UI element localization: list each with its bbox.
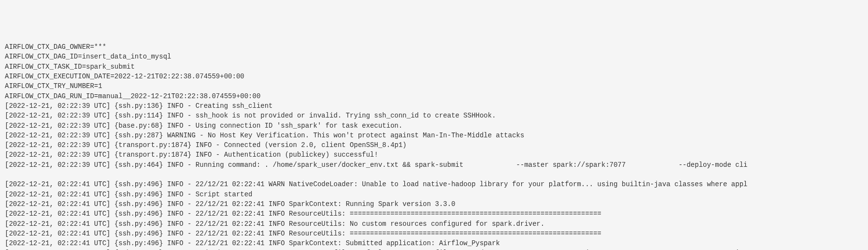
- log-line: [2022-12-21, 02:22:39 UTC] {ssh.py:287} …: [5, 131, 863, 140]
- log-line: [2022-12-21, 02:22:39 UTC] {ssh.py:464} …: [5, 160, 863, 170]
- log-line: [2022-12-21, 02:22:39 UTC] {base.py:68} …: [5, 121, 863, 131]
- log-line: [2022-12-21, 02:22:41 UTC] {ssh.py:496} …: [5, 238, 863, 248]
- log-line: [2022-12-21, 02:22:41 UTC] {ssh.py:496} …: [5, 190, 863, 199]
- log-line: [2022-12-21, 02:22:39 UTC] {ssh.py:114} …: [5, 111, 863, 120]
- log-line: [2022-12-21, 02:22:39 UTC] {ssh.py:136} …: [5, 101, 863, 111]
- log-line: [2022-12-21, 02:22:41 UTC] {ssh.py:496} …: [5, 229, 863, 238]
- log-line: AIRFLOW_CTX_TRY_NUMBER=1: [5, 81, 863, 91]
- log-line: [2022-12-21, 02:22:41 UTC] {ssh.py:496} …: [5, 209, 863, 219]
- log-line: [2022-12-21, 02:22:41 UTC] {ssh.py:496} …: [5, 248, 863, 250]
- log-line: AIRFLOW_CTX_TASK_ID=spark_submit: [5, 62, 863, 72]
- log-blank-line: [5, 170, 863, 179]
- log-output: AIRFLOW_CTX_DAG_OWNER=***AIRFLOW_CTX_DAG…: [5, 42, 863, 250]
- log-line: AIRFLOW_CTX_DAG_OWNER=***: [5, 42, 863, 52]
- log-line: [2022-12-21, 02:22:39 UTC] {transport.py…: [5, 150, 863, 160]
- log-line: [2022-12-21, 02:22:41 UTC] {ssh.py:496} …: [5, 179, 863, 189]
- log-line: [2022-12-21, 02:22:39 UTC] {transport.py…: [5, 140, 863, 150]
- log-line: [2022-12-21, 02:22:41 UTC] {ssh.py:496} …: [5, 199, 863, 209]
- log-line: AIRFLOW_CTX_DAG_ID=insert_data_into_mysq…: [5, 52, 863, 61]
- log-line: AIRFLOW_CTX_EXECUTION_DATE=2022-12-21T02…: [5, 72, 863, 81]
- log-line: [2022-12-21, 02:22:41 UTC] {ssh.py:496} …: [5, 219, 863, 229]
- log-line: AIRFLOW_CTX_DAG_RUN_ID=manual__2022-12-2…: [5, 91, 863, 101]
